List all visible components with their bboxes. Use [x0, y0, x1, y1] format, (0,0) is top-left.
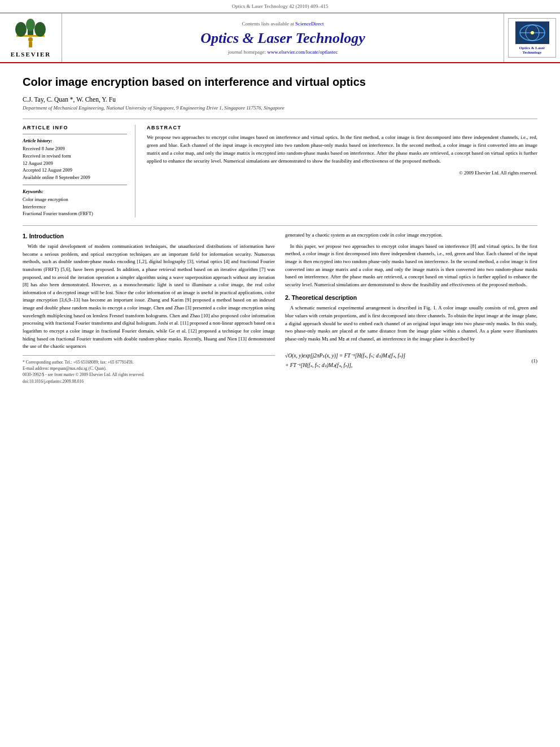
sciencedirect-link[interactable]: ScienceDirect [295, 21, 323, 27]
journal-url[interactable]: www.elsevier.com/locate/optlastec [267, 49, 338, 55]
keyword-1: Color image encryption [23, 196, 127, 203]
journal-logo-text: Optics & LaserTechnology [519, 46, 545, 55]
journal-homepage-line: journal homepage: www.elsevier.com/locat… [228, 49, 338, 55]
formula-math: √O(x, y)exp[j2πP₁(x, y)] = FT⁻¹[H(fₓ, fₙ… [285, 351, 526, 370]
svg-point-11 [531, 31, 534, 34]
article-info-title: ARTICLE INFO [23, 125, 127, 130]
article-meta: ARTICLE INFO Article history: Received 8… [23, 125, 537, 217]
keywords-label: Keywords: [23, 189, 127, 194]
journal-thumbnail-icon [515, 21, 549, 44]
abstract-title: ABSTRACT [147, 125, 537, 130]
journal-top: ELSEVIER Contents lists available at Sci… [0, 13, 560, 63]
section2-title: 2. Theoretical description [285, 294, 537, 301]
divider-2 [23, 225, 537, 226]
abstract-panel: ABSTRACT We propose two approaches to en… [147, 125, 537, 217]
article-main: Color image encryption based on interfer… [0, 63, 560, 396]
elsevier-logo-container: ELSEVIER [0, 14, 62, 62]
svg-point-5 [28, 37, 33, 42]
keyword-3: Fractional Fourier transform (FRFT) [23, 210, 127, 217]
journal-logo-right: Optics & LaserTechnology [504, 14, 560, 62]
section1-para-1: With the rapid development of modern com… [23, 243, 275, 351]
formula-line-2: + FT⁻¹[H(fₓ, fₙ; d₁)M₂(fₓ, fₙ)], [285, 361, 526, 370]
journal-logo-box: Optics & LaserTechnology [508, 18, 556, 58]
info-divider-1 [23, 134, 127, 134]
authors-line: C.J. Tay, C. Quan *, W. Chen, Y. Fu [23, 96, 537, 103]
article-body: 1. Introduction With the rapid developme… [23, 231, 537, 385]
svg-rect-6 [29, 42, 32, 47]
info-divider-2 [23, 185, 127, 185]
section1-body: With the rapid development of modern com… [23, 243, 275, 351]
section1-right-para-1: generated by a chaotic system as an encr… [285, 231, 537, 239]
section2-body: A schematic numerical experimental arran… [285, 304, 537, 343]
section2-para-1: A schematic numerical experimental arran… [285, 304, 537, 343]
journal-ref: Optics & Laser Technology 42 (2010) 409–… [232, 3, 329, 9]
header-center: Optics & Laser Technology 42 (2010) 409–… [63, 3, 497, 9]
elsevier-logo: ELSEVIER [11, 18, 51, 58]
journal-name: Optics & Laser Technology [200, 30, 365, 47]
footnote-email: E-mail address: mpequan@nus.edu.sg (C. Q… [23, 365, 275, 372]
history-label: Article history: [23, 138, 127, 143]
article-info-panel: ARTICLE INFO Article history: Received 8… [23, 125, 135, 217]
svg-point-3 [34, 22, 46, 37]
section2-area: 2. Theoretical description A schematic n… [285, 294, 537, 372]
footnotes: * Corresponding author. Tel.: +65 651680… [23, 355, 275, 385]
contents-available: Contents lists available at ScienceDirec… [242, 21, 324, 27]
available-text: Available online 8 September 2009 [23, 174, 127, 181]
affiliation: Department of Mechanical Engineering, Na… [23, 105, 537, 111]
homepage-label: journal homepage: [228, 49, 266, 55]
section1-right-para-2: In this paper, we propose two approaches… [285, 243, 537, 289]
accepted-text: Accepted 12 August 2009 [23, 167, 127, 174]
article-title: Color image encryption based on interfer… [23, 75, 537, 89]
column-left: 1. Introduction With the rapid developme… [23, 231, 275, 385]
section1-right-body: generated by a chaotic system as an encr… [285, 231, 537, 289]
revised-date: 12 August 2009 [23, 160, 127, 167]
journal-header: Optics & Laser Technology 42 (2010) 409–… [0, 0, 560, 13]
journal-title-area: Contents lists available at ScienceDirec… [62, 14, 504, 62]
copyright-notice: © 2009 Elsevier Ltd. All rights reserved… [147, 170, 537, 176]
keyword-2: Interference [23, 203, 127, 211]
footnote-license: 0030-3992/$ - see front matter © 2009 El… [23, 372, 275, 378]
formula-line-1: √O(x, y)exp[j2πP₁(x, y)] = FT⁻¹[H(fₓ, fₙ… [285, 351, 526, 361]
formula-1: √O(x, y)exp[j2πP₁(x, y)] = FT⁻¹[H(fₓ, fₙ… [285, 349, 537, 373]
footnote-doi: doi:10.1016/j.optlastec.2009.08.016 [23, 378, 275, 385]
elsevier-tree-icon [11, 18, 50, 49]
svg-point-2 [15, 22, 27, 37]
elsevier-label: ELSEVIER [11, 51, 51, 58]
contents-text: Contents lists available at [242, 21, 294, 27]
svg-point-4 [26, 19, 35, 31]
section1-title: 1. Introduction [23, 233, 275, 239]
revised-label: Received in revised form [23, 152, 127, 160]
divider-1 [23, 119, 537, 119]
formula-number: (1) [532, 358, 538, 364]
footnote-corresponding: * Corresponding author. Tel.: +65 651680… [23, 359, 275, 365]
received-text: Received 8 June 2009 [23, 145, 127, 152]
abstract-text: We propose two approaches to encrypt col… [147, 134, 537, 165]
column-right: generated by a chaotic system as an encr… [285, 231, 537, 385]
